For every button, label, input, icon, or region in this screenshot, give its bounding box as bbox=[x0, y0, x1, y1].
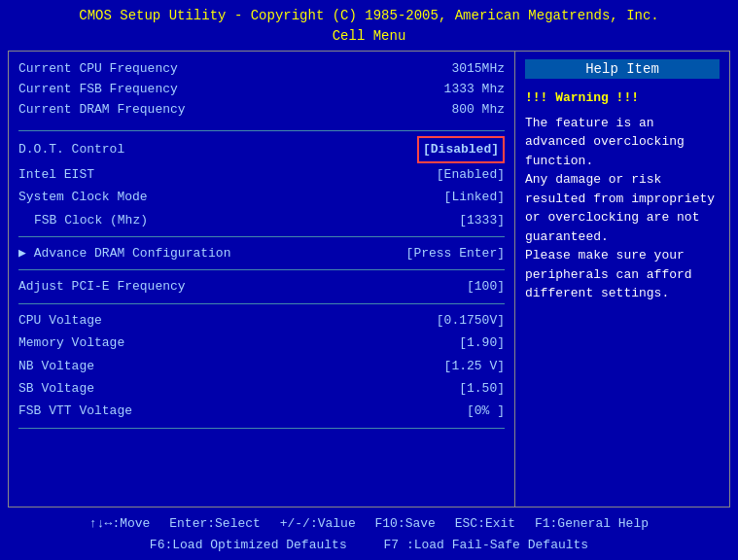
footer-save: F10:Save bbox=[375, 516, 436, 531]
dram-freq-value: 800 Mhz bbox=[451, 100, 505, 121]
footer-line1: ↑↓↔:Move Enter:Select +/-/:Value F10:Sav… bbox=[8, 513, 730, 535]
dot-control-value: [Disabled] bbox=[417, 136, 505, 162]
nb-voltage-label: NB Voltage bbox=[18, 355, 94, 377]
main-content: Current CPU Frequency 3015MHz Current FS… bbox=[8, 51, 730, 508]
fsb-freq-label: Current FSB Frequency bbox=[18, 80, 178, 100]
fsb-clock-value: [1333] bbox=[459, 209, 505, 231]
sys-clock-mode-value: [Linked] bbox=[444, 186, 505, 208]
help-body: The feature is an advanced overclocking … bbox=[525, 114, 720, 303]
nb-voltage-row[interactable]: NB Voltage [1.25 V] bbox=[18, 355, 505, 377]
pcie-freq-label: Adjust PCI-E Frequency bbox=[18, 275, 186, 298]
fsb-clock-label: FSB Clock (Mhz) bbox=[18, 209, 148, 231]
fsb-freq-value: 1333 Mhz bbox=[444, 80, 505, 100]
footer-help: F1:General Help bbox=[535, 516, 649, 531]
title-line2: Cell Menu bbox=[0, 26, 738, 47]
dot-control-label: D.O.T. Control bbox=[18, 138, 124, 160]
bios-screen: CMOS Setup Utility - Copyright (C) 1985-… bbox=[0, 0, 738, 560]
footer-move: ↑↓↔:Move bbox=[89, 516, 150, 531]
mem-voltage-row[interactable]: Memory Voltage [1.90] bbox=[18, 332, 505, 354]
cpu-freq-row: Current CPU Frequency 3015MHz bbox=[18, 59, 505, 80]
footer-failsafe: F7 :Load Fail-Safe Defaults bbox=[384, 538, 589, 552]
intel-eist-label: Intel EIST bbox=[18, 163, 94, 186]
cpu-freq-label: Current CPU Frequency bbox=[18, 59, 178, 80]
help-warning: !!! Warning !!! bbox=[525, 88, 720, 108]
footer-select: Enter:Select bbox=[169, 516, 261, 531]
sys-clock-mode-label: System Clock Mode bbox=[18, 186, 148, 208]
sb-voltage-label: SB Voltage bbox=[18, 377, 94, 400]
dram-freq-label: Current DRAM Frequency bbox=[18, 100, 186, 121]
cpu-freq-value: 3015MHz bbox=[451, 59, 505, 80]
dram-freq-row: Current DRAM Frequency 800 Mhz bbox=[18, 100, 505, 121]
dram-config-value: [Press Enter] bbox=[406, 242, 505, 264]
pcie-freq-value: [100] bbox=[467, 275, 505, 298]
title-line1: CMOS Setup Utility - Copyright (C) 1985-… bbox=[0, 6, 738, 26]
dram-config-row[interactable]: Advance DRAM Configuration [Press Enter] bbox=[18, 242, 505, 264]
divider-1 bbox=[18, 130, 505, 131]
footer-value: +/-/:Value bbox=[280, 516, 356, 531]
fsb-vtt-label: FSB VTT Voltage bbox=[18, 400, 132, 422]
mem-voltage-label: Memory Voltage bbox=[18, 332, 124, 354]
fsb-vtt-row[interactable]: FSB VTT Voltage [0% ] bbox=[18, 400, 505, 422]
title-bar: CMOS Setup Utility - Copyright (C) 1985-… bbox=[0, 0, 738, 49]
cpu-voltage-value: [0.1750V] bbox=[437, 309, 505, 332]
info-block: Current CPU Frequency 3015MHz Current FS… bbox=[18, 59, 505, 120]
right-panel: Help Item !!! Warning !!! The feature is… bbox=[515, 52, 729, 507]
fsb-freq-row: Current FSB Frequency 1333 Mhz bbox=[18, 80, 505, 100]
mem-voltage-value: [1.90] bbox=[459, 332, 505, 354]
dot-control-row[interactable]: D.O.T. Control [Disabled] bbox=[18, 136, 505, 162]
left-panel: Current CPU Frequency 3015MHz Current FS… bbox=[9, 52, 515, 507]
footer: ↑↓↔:Move Enter:Select +/-/:Value F10:Sav… bbox=[0, 509, 738, 560]
divider-5 bbox=[18, 428, 505, 429]
divider-4 bbox=[18, 303, 505, 304]
divider-2 bbox=[18, 236, 505, 237]
nb-voltage-value: [1.25 V] bbox=[444, 355, 505, 377]
fsb-clock-row[interactable]: FSB Clock (Mhz) [1333] bbox=[18, 209, 505, 231]
sys-clock-mode-row[interactable]: System Clock Mode [Linked] bbox=[18, 186, 505, 208]
help-content: !!! Warning !!! The feature is an advanc… bbox=[525, 88, 720, 303]
cpu-voltage-row[interactable]: CPU Voltage [0.1750V] bbox=[18, 309, 505, 332]
fsb-vtt-value: [0% ] bbox=[467, 400, 505, 422]
sb-voltage-value: [1.50] bbox=[459, 377, 505, 400]
pcie-freq-row[interactable]: Adjust PCI-E Frequency [100] bbox=[18, 275, 505, 298]
cpu-voltage-label: CPU Voltage bbox=[18, 309, 102, 332]
help-title: Help Item bbox=[525, 59, 720, 79]
footer-line2: F6:Load Optimized Defaults F7 :Load Fail… bbox=[8, 535, 730, 556]
sb-voltage-row[interactable]: SB Voltage [1.50] bbox=[18, 377, 505, 400]
footer-optimized: F6:Load Optimized Defaults bbox=[150, 538, 347, 552]
dram-config-label: Advance DRAM Configuration bbox=[18, 242, 230, 264]
footer-exit: ESC:Exit bbox=[455, 516, 515, 531]
divider-3 bbox=[18, 269, 505, 270]
intel-eist-value: [Enabled] bbox=[437, 163, 505, 186]
intel-eist-row[interactable]: Intel EIST [Enabled] bbox=[18, 163, 505, 186]
